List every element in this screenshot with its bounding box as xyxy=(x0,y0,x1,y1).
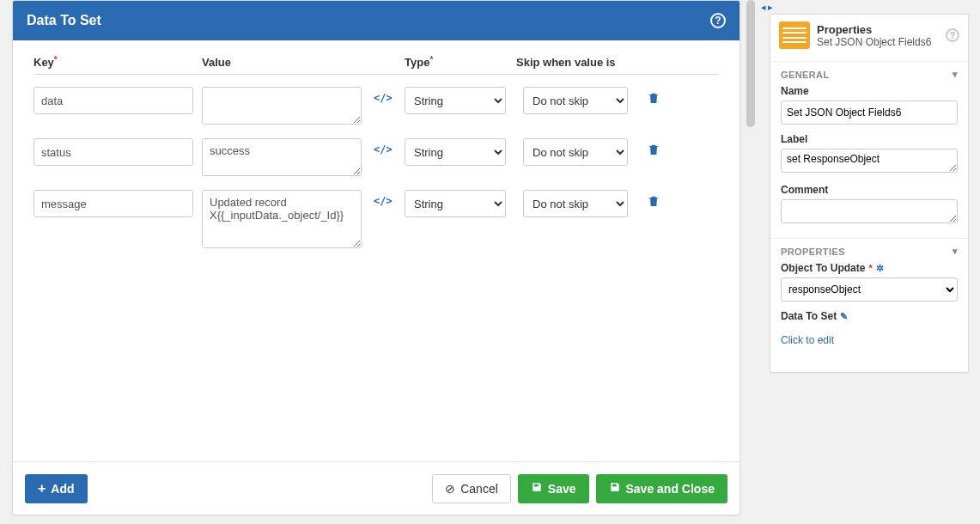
chevron-right-icon: ▸ xyxy=(768,2,773,13)
dialog-header: Data To Set ? xyxy=(13,1,740,40)
header-type: Type* xyxy=(405,56,516,69)
ban-icon: ⊘ xyxy=(445,482,455,496)
section-properties[interactable]: PROPERTIES ▾ xyxy=(770,238,968,260)
properties-panel: Properties Set JSON Object Fields6 ? GEN… xyxy=(770,14,969,373)
trash-icon[interactable] xyxy=(647,193,660,211)
name-input[interactable] xyxy=(781,101,958,125)
code-icon[interactable]: </> xyxy=(374,195,393,207)
type-select[interactable]: String xyxy=(405,190,506,217)
key-input[interactable] xyxy=(33,138,193,166)
column-headers: Key* Value Type* Skip when value is xyxy=(33,56,719,75)
trash-icon[interactable] xyxy=(647,142,660,160)
type-select[interactable]: String xyxy=(405,138,506,166)
table-row: </> String Do not skip xyxy=(33,138,719,176)
add-button[interactable]: + Add xyxy=(25,474,88,503)
save-and-close-button[interactable]: Save and Close xyxy=(596,474,728,503)
chevron-down-icon: ▾ xyxy=(953,246,958,257)
key-input[interactable] xyxy=(33,87,193,114)
click-to-edit-link[interactable]: Click to edit xyxy=(770,332,968,351)
section-general[interactable]: GENERAL ▾ xyxy=(770,61,968,83)
cancel-button[interactable]: ⊘ Cancel xyxy=(432,474,511,503)
dialog-footer: + Add ⊘ Cancel Save Save and Close xyxy=(13,461,740,515)
plus-icon: + xyxy=(38,481,46,497)
dialog-body: Key* Value Type* Skip when value is </> … xyxy=(13,40,740,461)
header-skip: Skip when value is xyxy=(516,56,636,69)
help-icon[interactable]: ? xyxy=(710,13,726,28)
code-icon[interactable]: </> xyxy=(374,92,393,104)
gear-icon[interactable]: ✲ xyxy=(876,263,884,274)
value-input[interactable] xyxy=(202,138,362,176)
value-input[interactable] xyxy=(202,87,362,125)
name-label: Name xyxy=(781,85,958,97)
dialog-title: Data To Set xyxy=(27,13,101,28)
chevron-left-icon: ◂ xyxy=(761,2,766,13)
comment-label: Comment xyxy=(781,184,958,196)
table-row: </> String Do not skip xyxy=(33,190,719,248)
label-input[interactable] xyxy=(781,149,958,173)
floppy-icon xyxy=(531,481,543,496)
object-to-update-select[interactable]: responseObject xyxy=(781,277,958,302)
header-value: Value xyxy=(202,56,374,69)
properties-title: Properties xyxy=(817,23,939,36)
trash-icon[interactable] xyxy=(647,90,660,108)
type-select[interactable]: String xyxy=(405,87,506,114)
comment-input[interactable] xyxy=(781,199,958,223)
properties-header: Properties Set JSON Object Fields6 ? xyxy=(770,15,968,56)
skip-select[interactable]: Do not skip xyxy=(523,87,628,114)
skip-select[interactable]: Do not skip xyxy=(523,138,628,166)
skip-select[interactable]: Do not skip xyxy=(523,190,628,217)
scrollbar[interactable] xyxy=(744,0,758,515)
data-to-set-dialog: Data To Set ? Key* Value Type* Skip when… xyxy=(12,0,740,515)
object-to-update-label: Object To Update * ✲ xyxy=(781,262,958,274)
panel-collapse-arrows[interactable]: ◂ ▸ xyxy=(761,2,773,13)
header-key: Key* xyxy=(33,56,202,69)
table-row: </> String Do not skip xyxy=(33,87,719,125)
label-label: Label xyxy=(781,133,958,145)
properties-subtitle: Set JSON Object Fields6 xyxy=(817,36,939,48)
code-icon[interactable]: </> xyxy=(374,143,393,155)
floppy-icon xyxy=(609,481,621,496)
key-input[interactable] xyxy=(33,190,193,217)
help-icon[interactable]: ? xyxy=(946,28,959,42)
value-input[interactable] xyxy=(202,190,362,248)
save-button[interactable]: Save xyxy=(518,474,589,503)
node-type-icon xyxy=(779,21,810,49)
pencil-icon[interactable]: ✎ xyxy=(840,311,848,322)
chevron-down-icon: ▾ xyxy=(953,69,958,80)
data-to-set-label: Data To Set ✎ xyxy=(781,310,958,322)
